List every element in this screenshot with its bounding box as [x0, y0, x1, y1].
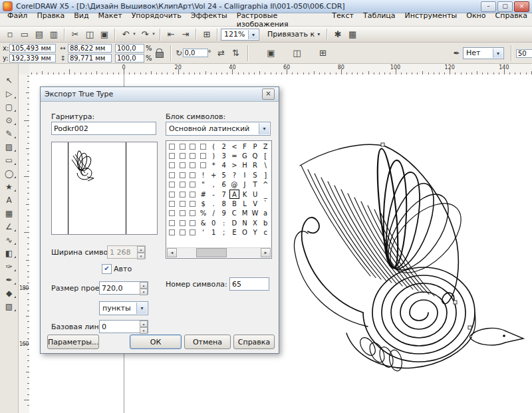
options-button[interactable]: Параметры... — [47, 335, 99, 349]
undo-dropdown-icon[interactable]: ▾ — [132, 28, 137, 41]
char-cell[interactable]: ` — [260, 199, 271, 208]
char-cell[interactable]: Z — [260, 142, 271, 151]
char-cell[interactable]: 2 — [219, 142, 229, 151]
char-cell[interactable]: " — [198, 180, 209, 190]
char-cell[interactable] — [167, 218, 178, 227]
char-cell[interactable]: # — [198, 190, 209, 199]
char-cell[interactable] — [178, 199, 188, 208]
char-cell[interactable]: H — [239, 161, 250, 170]
char-cell[interactable]: T — [250, 180, 261, 190]
redo-dropdown-icon[interactable]: ▾ — [151, 28, 156, 41]
char-cell[interactable]: ^ — [260, 180, 271, 190]
rotation-angle-field[interactable] — [183, 49, 208, 57]
char-cell[interactable] — [178, 209, 188, 218]
char-cell[interactable] — [167, 209, 178, 218]
scale-x-field[interactable] — [115, 44, 144, 53]
dialog-titlebar[interactable]: Экспорт True Type × — [41, 87, 279, 102]
char-cell[interactable]: B — [229, 199, 240, 208]
char-cell[interactable]: K — [239, 190, 250, 199]
scroll-thumb[interactable] — [196, 248, 227, 257]
scroll-left-icon[interactable]: ◂ — [167, 248, 177, 257]
char-cell[interactable]: $ — [198, 199, 209, 208]
char-cell[interactable] — [188, 209, 198, 218]
cancel-button[interactable]: Отмена — [184, 335, 231, 349]
char-cell[interactable]: a — [260, 209, 271, 218]
char-cell[interactable]: M — [239, 209, 250, 218]
char-cell[interactable] — [178, 218, 188, 227]
scroll-right-icon[interactable]: ▸ — [261, 248, 271, 257]
char-cell[interactable] — [178, 180, 188, 190]
char-cell[interactable]: b — [260, 218, 271, 227]
char-cell[interactable]: = — [229, 151, 240, 160]
copy-icon[interactable]: ◫ — [83, 28, 96, 41]
char-cell[interactable]: Y — [250, 228, 261, 237]
char-cell[interactable]: 4 — [219, 161, 229, 170]
char-cell[interactable]: < — [229, 142, 240, 151]
char-cell[interactable]: [ — [260, 151, 271, 160]
mirror-horizontal-button[interactable]: ⇄ — [215, 47, 228, 60]
char-cell[interactable] — [198, 151, 209, 160]
char-cell[interactable] — [188, 180, 198, 190]
right-edge-field[interactable] — [516, 49, 532, 58]
wrap-text-button[interactable]: ▣ — [265, 47, 278, 60]
char-cell[interactable]: I — [239, 170, 250, 180]
table-tool[interactable]: ▦ — [2, 207, 17, 219]
object-height-field[interactable] — [68, 54, 112, 63]
spin-up-icon[interactable]: ▴ — [140, 282, 148, 289]
char-cell[interactable]: 5 — [219, 170, 229, 180]
paste-icon[interactable]: ▣ — [98, 28, 111, 41]
spin-up-icon[interactable]: ▴ — [140, 321, 148, 327]
char-cell[interactable]: X — [250, 218, 261, 227]
outline-width-combo[interactable]: Нет ▾ — [463, 47, 504, 59]
char-cell[interactable]: J — [239, 180, 250, 190]
char-cell[interactable]: / — [208, 209, 219, 218]
lock-ratio-button[interactable] — [156, 49, 164, 58]
char-cell[interactable]: 3 — [219, 151, 229, 160]
char-cell[interactable]: Q — [250, 151, 261, 160]
fill-tool[interactable]: ◆ — [2, 287, 17, 299]
char-cell[interactable]: O — [239, 228, 250, 237]
char-cell[interactable] — [178, 170, 188, 180]
char-cell[interactable]: N — [239, 218, 250, 227]
char-cell[interactable]: > — [229, 161, 240, 170]
char-cell[interactable]: % — [198, 209, 209, 218]
char-cell[interactable]: E — [229, 228, 240, 237]
char-cell[interactable]: & — [198, 218, 209, 227]
char-cell[interactable]: G — [239, 151, 250, 160]
char-cell[interactable]: ! — [198, 170, 209, 180]
char-cell[interactable] — [178, 190, 188, 199]
redo-icon[interactable]: ↷ — [138, 28, 152, 41]
outline-dropdown-icon[interactable]: ▾ — [493, 49, 503, 58]
smart-fill-tool[interactable]: ▨ — [2, 141, 17, 153]
group-button[interactable]: ⊞ — [317, 47, 330, 60]
options-icon[interactable]: ✱ — [331, 28, 344, 41]
to-front-button[interactable]: ◫ — [291, 47, 304, 60]
spin-down-icon[interactable]: ▾ — [140, 289, 148, 295]
spin-down-icon[interactable]: ▾ — [137, 253, 145, 259]
blend-tool[interactable]: ◧ — [2, 247, 17, 259]
save-icon[interactable]: ▤ — [33, 28, 46, 41]
char-cell[interactable] — [188, 161, 198, 170]
char-cell[interactable]: C — [229, 209, 240, 218]
freehand-tool[interactable]: ✎ — [2, 128, 17, 140]
char-cell[interactable] — [167, 199, 178, 208]
char-cell[interactable]: S — [250, 170, 261, 180]
char-cell[interactable]: 7 — [219, 190, 229, 199]
help-button[interactable]: Справка — [233, 335, 275, 349]
char-cell[interactable] — [178, 161, 188, 170]
application-launcher-icon[interactable]: ⊞ — [200, 28, 213, 41]
char-cell[interactable]: ] — [260, 170, 271, 180]
char-cell[interactable]: 1 — [208, 228, 219, 237]
char-cell[interactable] — [198, 142, 209, 151]
eyedropper-tool[interactable]: ✑ — [2, 261, 17, 273]
zoom-level-combo[interactable]: 121% ▾ — [221, 29, 259, 41]
char-cell[interactable] — [188, 142, 198, 151]
char-cell[interactable]: A — [229, 190, 240, 199]
dimension-tool[interactable]: ∠ — [2, 221, 17, 233]
char-cell[interactable] — [167, 170, 178, 180]
guidelines-icon[interactable]: ▦ — [346, 28, 359, 41]
char-cell[interactable] — [178, 142, 188, 151]
units-dropdown-icon[interactable]: ▾ — [136, 303, 147, 314]
y-position-field[interactable] — [9, 54, 56, 63]
char-cell[interactable]: , — [208, 180, 219, 190]
